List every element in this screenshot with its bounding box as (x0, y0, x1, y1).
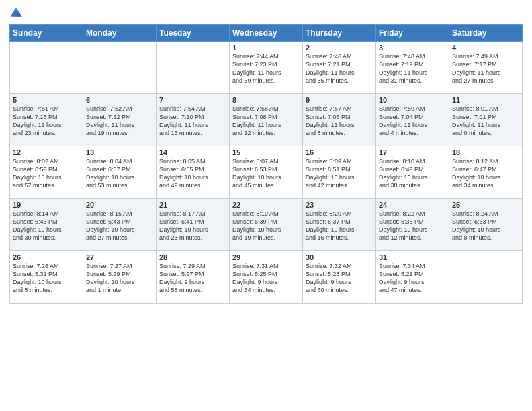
day-cell: 23Sunrise: 8:20 AM Sunset: 6:37 PM Dayli… (303, 199, 376, 251)
day-number: 8 (232, 96, 300, 104)
week-row-3: 12Sunrise: 8:02 AM Sunset: 6:59 PM Dayli… (10, 146, 523, 199)
day-cell: 26Sunrise: 7:26 AM Sunset: 5:31 PM Dayli… (10, 251, 83, 304)
calendar-header: SundayMondayTuesdayWednesdayThursdayFrid… (10, 25, 523, 42)
calendar-body: 1Sunrise: 7:44 AM Sunset: 7:23 PM Daylig… (10, 42, 523, 304)
day-info: Sunrise: 7:54 AM Sunset: 7:10 PM Dayligh… (159, 105, 226, 138)
day-cell: 11Sunrise: 8:01 AM Sunset: 7:01 PM Dayli… (449, 94, 523, 146)
day-number: 14 (159, 148, 226, 156)
week-row-2: 5Sunrise: 7:51 AM Sunset: 7:15 PM Daylig… (10, 94, 523, 146)
day-cell: 16Sunrise: 8:09 AM Sunset: 6:51 PM Dayli… (303, 146, 376, 199)
day-info: Sunrise: 7:31 AM Sunset: 5:25 PM Dayligh… (232, 262, 300, 295)
day-number: 18 (452, 148, 519, 156)
day-cell: 1Sunrise: 7:44 AM Sunset: 7:23 PM Daylig… (230, 42, 303, 94)
day-cell: 27Sunrise: 7:27 AM Sunset: 5:29 PM Dayli… (83, 251, 157, 304)
day-info: Sunrise: 7:52 AM Sunset: 7:12 PM Dayligh… (86, 105, 153, 138)
day-number: 17 (379, 148, 446, 156)
day-cell: 25Sunrise: 8:24 AM Sunset: 6:33 PM Dayli… (449, 199, 523, 251)
day-info: Sunrise: 8:19 AM Sunset: 6:39 PM Dayligh… (232, 210, 300, 242)
day-header-wednesday: Wednesday (230, 25, 303, 42)
day-number: 10 (379, 96, 446, 104)
day-info: Sunrise: 8:20 AM Sunset: 6:37 PM Dayligh… (306, 210, 373, 242)
day-info: Sunrise: 7:27 AM Sunset: 5:29 PM Dayligh… (86, 262, 153, 295)
page-container: SundayMondayTuesdayWednesdayThursdayFrid… (0, 0, 532, 308)
day-cell: 7Sunrise: 7:54 AM Sunset: 7:10 PM Daylig… (157, 94, 230, 146)
day-cell: 30Sunrise: 7:32 AM Sunset: 5:23 PM Dayli… (303, 251, 376, 304)
day-number: 25 (452, 201, 519, 209)
day-header-tuesday: Tuesday (157, 25, 230, 42)
day-number: 11 (452, 96, 519, 104)
day-cell: 4Sunrise: 7:49 AM Sunset: 7:17 PM Daylig… (449, 42, 523, 94)
day-cell: 22Sunrise: 8:19 AM Sunset: 6:39 PM Dayli… (230, 199, 303, 251)
day-info: Sunrise: 8:24 AM Sunset: 6:33 PM Dayligh… (452, 210, 519, 242)
day-cell (449, 251, 523, 304)
day-number: 16 (306, 148, 373, 156)
day-cell: 15Sunrise: 8:07 AM Sunset: 6:53 PM Dayli… (230, 146, 303, 199)
day-info: Sunrise: 7:49 AM Sunset: 7:17 PM Dayligh… (452, 52, 519, 85)
week-row-5: 26Sunrise: 7:26 AM Sunset: 5:31 PM Dayli… (10, 251, 523, 304)
day-header-monday: Monday (83, 25, 157, 42)
day-number: 4 (452, 44, 519, 52)
day-info: Sunrise: 8:12 AM Sunset: 6:47 PM Dayligh… (452, 157, 519, 190)
day-info: Sunrise: 8:05 AM Sunset: 6:55 PM Dayligh… (159, 157, 226, 190)
day-number: 30 (306, 253, 373, 261)
day-number: 3 (379, 44, 446, 52)
day-info: Sunrise: 8:02 AM Sunset: 6:59 PM Dayligh… (13, 157, 80, 190)
day-number: 26 (13, 253, 80, 261)
day-number: 28 (159, 253, 226, 261)
day-number: 20 (86, 201, 153, 209)
day-header-sunday: Sunday (10, 25, 83, 42)
day-info: Sunrise: 7:57 AM Sunset: 7:06 PM Dayligh… (306, 105, 373, 138)
day-info: Sunrise: 7:56 AM Sunset: 7:08 PM Dayligh… (232, 105, 300, 138)
day-info: Sunrise: 8:22 AM Sunset: 6:35 PM Dayligh… (379, 210, 446, 242)
day-cell (10, 42, 83, 94)
day-number: 23 (306, 201, 373, 209)
day-cell: 31Sunrise: 7:34 AM Sunset: 5:21 PM Dayli… (376, 251, 449, 304)
calendar-table: SundayMondayTuesdayWednesdayThursdayFrid… (9, 24, 523, 304)
day-number: 31 (379, 253, 446, 261)
day-cell: 8Sunrise: 7:56 AM Sunset: 7:08 PM Daylig… (230, 94, 303, 146)
day-cell: 19Sunrise: 8:14 AM Sunset: 6:45 PM Dayli… (10, 199, 83, 251)
day-info: Sunrise: 8:15 AM Sunset: 6:43 PM Dayligh… (86, 210, 153, 242)
day-number: 13 (86, 148, 153, 156)
day-info: Sunrise: 7:34 AM Sunset: 5:21 PM Dayligh… (379, 262, 446, 295)
week-row-1: 1Sunrise: 7:44 AM Sunset: 7:23 PM Daylig… (10, 42, 523, 94)
day-number: 24 (379, 201, 446, 209)
day-info: Sunrise: 8:17 AM Sunset: 6:41 PM Dayligh… (159, 210, 226, 242)
day-number: 6 (86, 96, 153, 104)
day-cell (83, 42, 157, 94)
week-row-4: 19Sunrise: 8:14 AM Sunset: 6:45 PM Dayli… (10, 199, 523, 251)
day-number: 19 (13, 201, 80, 209)
day-cell (157, 42, 230, 94)
day-cell: 12Sunrise: 8:02 AM Sunset: 6:59 PM Dayli… (10, 146, 83, 199)
day-cell: 10Sunrise: 7:59 AM Sunset: 7:04 PM Dayli… (376, 94, 449, 146)
day-info: Sunrise: 8:07 AM Sunset: 6:53 PM Dayligh… (232, 157, 300, 190)
logo-icon (9, 7, 23, 20)
day-cell: 29Sunrise: 7:31 AM Sunset: 5:25 PM Dayli… (230, 251, 303, 304)
day-info: Sunrise: 7:59 AM Sunset: 7:04 PM Dayligh… (379, 105, 446, 138)
day-number: 7 (159, 96, 226, 104)
day-cell: 2Sunrise: 7:46 AM Sunset: 7:21 PM Daylig… (303, 42, 376, 94)
day-info: Sunrise: 8:14 AM Sunset: 6:45 PM Dayligh… (13, 210, 80, 242)
day-cell: 13Sunrise: 8:04 AM Sunset: 6:57 PM Dayli… (83, 146, 157, 199)
day-number: 5 (13, 96, 80, 104)
day-info: Sunrise: 8:10 AM Sunset: 6:49 PM Dayligh… (379, 157, 446, 190)
day-cell: 17Sunrise: 8:10 AM Sunset: 6:49 PM Dayli… (376, 146, 449, 199)
day-cell: 5Sunrise: 7:51 AM Sunset: 7:15 PM Daylig… (10, 94, 83, 146)
day-number: 29 (232, 253, 300, 261)
day-number: 12 (13, 148, 80, 156)
day-cell: 20Sunrise: 8:15 AM Sunset: 6:43 PM Dayli… (83, 199, 157, 251)
header (9, 7, 523, 20)
day-info: Sunrise: 8:09 AM Sunset: 6:51 PM Dayligh… (306, 157, 373, 190)
day-header-friday: Friday (376, 25, 449, 42)
day-info: Sunrise: 8:04 AM Sunset: 6:57 PM Dayligh… (86, 157, 153, 190)
day-number: 21 (159, 201, 226, 209)
day-info: Sunrise: 7:26 AM Sunset: 5:31 PM Dayligh… (13, 262, 80, 295)
header-row: SundayMondayTuesdayWednesdayThursdayFrid… (10, 25, 523, 42)
day-cell: 18Sunrise: 8:12 AM Sunset: 6:47 PM Dayli… (449, 146, 523, 199)
day-number: 2 (306, 44, 373, 52)
day-info: Sunrise: 7:29 AM Sunset: 5:27 PM Dayligh… (159, 262, 226, 295)
day-cell: 28Sunrise: 7:29 AM Sunset: 5:27 PM Dayli… (157, 251, 230, 304)
day-header-thursday: Thursday (303, 25, 376, 42)
day-cell: 3Sunrise: 7:48 AM Sunset: 7:19 PM Daylig… (376, 42, 449, 94)
logo (9, 7, 24, 20)
